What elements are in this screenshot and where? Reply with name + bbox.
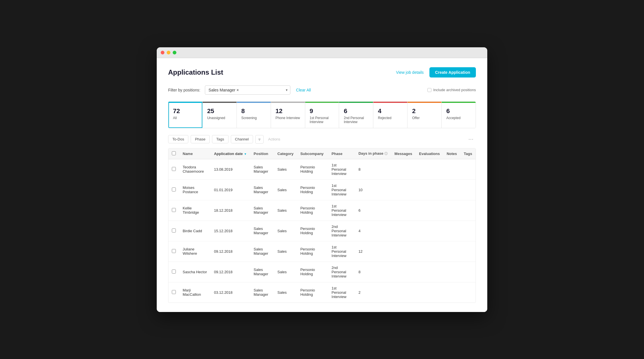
- cell-evaluations: [415, 241, 443, 262]
- cell-name: Kellie Timbridge: [179, 200, 211, 221]
- table-row[interactable]: Birdie Cadd15.12.2018Sales ManagerSalesP…: [168, 221, 476, 241]
- col-header-category: Category: [274, 148, 297, 159]
- row-checkbox[interactable]: [172, 167, 176, 171]
- info-icon: ⓘ: [384, 152, 388, 155]
- col-header-days_in_phase: Days in phaseⓘ: [355, 148, 391, 159]
- phase-card-label: 1st Personal Interview: [310, 116, 335, 124]
- phase-card-offer[interactable]: 2 Offer: [407, 102, 442, 128]
- cell-subcompany: Personio Holding: [297, 200, 328, 221]
- close-button[interactable]: [161, 51, 164, 54]
- phase-card-1st-personal-interview[interactable]: 9 1st Personal Interview: [305, 102, 339, 128]
- phase-card-count: 12: [276, 107, 300, 115]
- include-archived-checkbox[interactable]: [427, 88, 431, 92]
- maximize-button[interactable]: [173, 51, 176, 54]
- phase-card-label: All: [173, 116, 198, 120]
- todos-button[interactable]: To-Dos: [168, 135, 188, 143]
- phase-card-bar: [237, 102, 271, 103]
- create-application-button[interactable]: Create Application: [429, 67, 476, 77]
- cell-phase: 1st Personal Interview: [328, 200, 355, 221]
- tags-button[interactable]: Tags: [212, 135, 228, 143]
- cell-tags: [460, 159, 476, 180]
- clear-all-button[interactable]: Clear All: [296, 88, 311, 92]
- cell-position: Sales Manager: [250, 282, 274, 303]
- row-checkbox-cell: [168, 200, 179, 221]
- cell-messages: [391, 221, 415, 241]
- row-checkbox[interactable]: [172, 187, 176, 191]
- table-row[interactable]: Sascha Hector09.12.2018Sales ManagerSale…: [168, 262, 476, 282]
- cell-category: Sales: [274, 262, 297, 282]
- channel-button[interactable]: Channel: [231, 135, 253, 143]
- table-row[interactable]: Marji MacCallion03.12.2018Sales ManagerS…: [168, 282, 476, 303]
- phase-card-bar: [373, 102, 407, 103]
- phase-card-bar: [203, 102, 237, 103]
- phase-card-count: 6: [446, 107, 471, 115]
- row-checkbox[interactable]: [172, 229, 176, 232]
- filter-icon-button[interactable]: ▿: [255, 135, 264, 144]
- cell-subcompany: Personio Holding: [297, 180, 328, 200]
- phase-card-bar: [271, 102, 305, 103]
- phase-card-label: Phone Interview: [276, 116, 300, 120]
- position-filter-select[interactable]: Sales Manager ×: [205, 85, 290, 95]
- cell-messages: [391, 241, 415, 262]
- table-row[interactable]: Juliane Wilshere09.12.2018Sales ManagerS…: [168, 241, 476, 262]
- applications-table: NameApplication date▼PositionCategorySub…: [168, 148, 476, 303]
- cell-evaluations: [415, 282, 443, 303]
- phase-card-phone-interview[interactable]: 12 Phone Interview: [271, 102, 305, 128]
- applications-table-wrap: NameApplication date▼PositionCategorySub…: [168, 148, 476, 303]
- table-row[interactable]: Kellie Timbridge18.12.2018Sales ManagerS…: [168, 200, 476, 221]
- phase-card-count: 4: [378, 107, 403, 115]
- cell-app_date: 09.12.2018: [211, 241, 250, 262]
- phase-button[interactable]: Phase: [191, 135, 210, 143]
- phase-card-rejected[interactable]: 4 Rejected: [373, 102, 407, 128]
- phase-card-count: 2: [412, 107, 437, 115]
- cell-subcompany: Personio Holding: [297, 262, 328, 282]
- actions-label: Actions: [266, 135, 283, 143]
- cell-messages: [391, 159, 415, 180]
- minimize-button[interactable]: [167, 51, 170, 54]
- phase-card-bar: [339, 102, 373, 103]
- cell-position: Sales Manager: [250, 180, 274, 200]
- select-all-checkbox[interactable]: [172, 151, 176, 155]
- cell-notes: [443, 241, 460, 262]
- row-checkbox-cell: [168, 159, 179, 180]
- cell-category: Sales: [274, 282, 297, 303]
- cell-subcompany: Personio Holding: [297, 159, 328, 180]
- table-row[interactable]: Moises Postance01.01.2019Sales ManagerSa…: [168, 180, 476, 200]
- view-job-link[interactable]: View job details: [396, 70, 424, 75]
- cell-messages: [391, 180, 415, 200]
- phase-card-accepted[interactable]: 6 Accepted: [442, 102, 476, 128]
- cell-notes: [443, 180, 460, 200]
- phase-card-count: 8: [241, 107, 266, 115]
- select-all-column: [168, 148, 179, 159]
- cell-notes: [443, 221, 460, 241]
- cell-category: Sales: [274, 200, 297, 221]
- row-checkbox[interactable]: [172, 290, 176, 294]
- filter-row: Filter by positions: Sales Manager × ▾ C…: [168, 85, 476, 95]
- cell-name: Marji MacCallion: [179, 282, 211, 303]
- more-options-button[interactable]: ···: [466, 135, 476, 143]
- cell-tags: [460, 282, 476, 303]
- phase-card-screening[interactable]: 8 Screening: [237, 102, 271, 128]
- table-row[interactable]: Teodora Chasemoore13.08.2019Sales Manage…: [168, 159, 476, 180]
- col-header-subcompany: Subcompany: [297, 148, 328, 159]
- row-checkbox-cell: [168, 221, 179, 241]
- row-checkbox[interactable]: [172, 208, 176, 212]
- page-title: Applications List: [168, 68, 223, 76]
- col-header-app_date[interactable]: Application date▼: [211, 148, 250, 159]
- phase-card-label: 2nd Personal Interview: [344, 116, 368, 124]
- row-checkbox[interactable]: [172, 249, 176, 253]
- toolbar: To-Dos Phase Tags Channel ▿ Actions ···: [168, 135, 476, 144]
- cell-phase: 1st Personal Interview: [328, 282, 355, 303]
- cell-tags: [460, 262, 476, 282]
- cell-category: Sales: [274, 159, 297, 180]
- phase-card-bar: [305, 102, 339, 103]
- phase-card-label: Unassigned: [207, 116, 232, 120]
- filter-label: Filter by positions:: [168, 88, 200, 92]
- row-checkbox[interactable]: [172, 270, 176, 274]
- cell-subcompany: Personio Holding: [297, 241, 328, 262]
- phase-card-all[interactable]: 72 All: [168, 102, 203, 128]
- phase-card-2nd-personal-interview[interactable]: 6 2nd Personal Interview: [339, 102, 373, 128]
- cell-category: Sales: [274, 241, 297, 262]
- phase-card-label: Accepted: [446, 116, 471, 120]
- phase-card-unassigned[interactable]: 25 Unassigned: [203, 102, 237, 128]
